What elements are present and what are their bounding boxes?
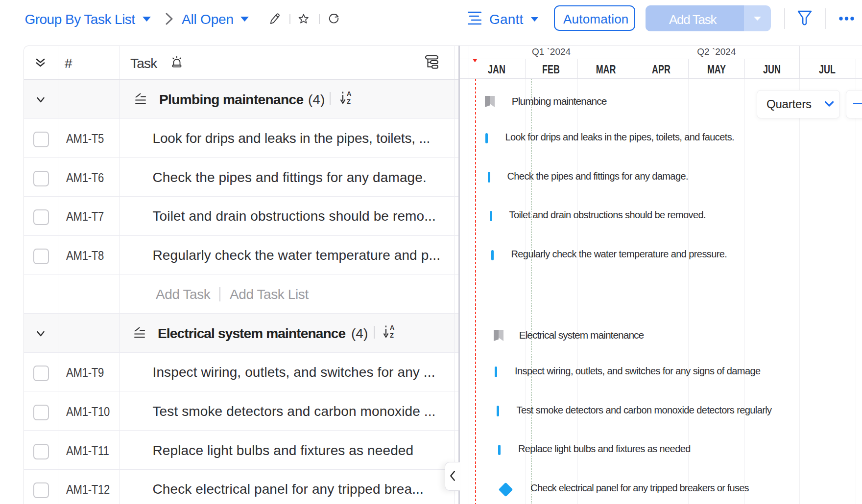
- svg-text:A: A: [347, 91, 352, 97]
- svg-text:Z: Z: [390, 332, 394, 339]
- svg-text:A: A: [390, 325, 395, 331]
- svg-text:Z: Z: [347, 98, 351, 105]
